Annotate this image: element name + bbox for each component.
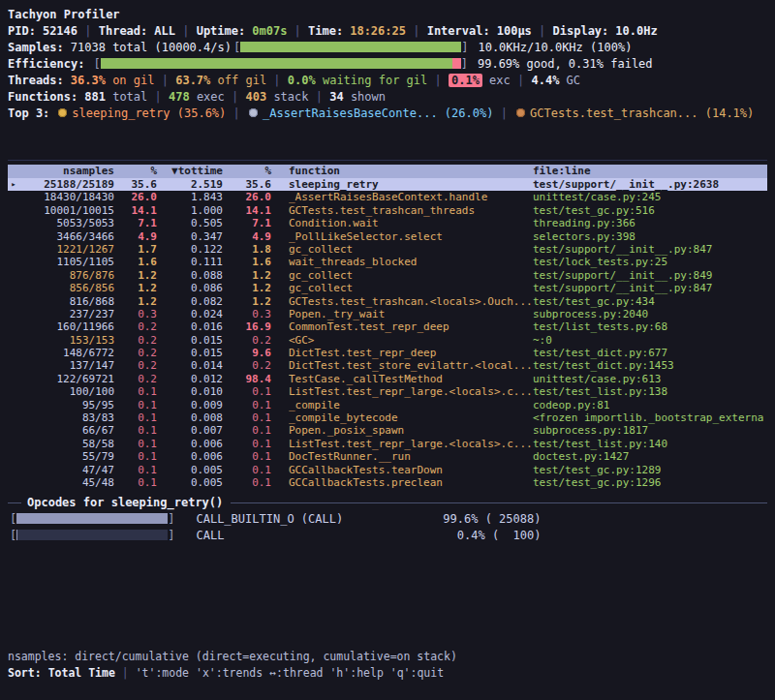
efficiency-label: Efficiency: bbox=[8, 57, 84, 71]
table-row[interactable]: 856/8561.20.0861.2gc_collecttest/support… bbox=[8, 282, 767, 294]
column-header-pct-cum[interactable]: % bbox=[223, 165, 271, 178]
cell-pct-cum: 0.1 bbox=[223, 424, 271, 437]
opcode-bar: [] bbox=[10, 512, 174, 526]
table-row[interactable]: 47/470.10.0050.1GCCallbackTests.tearDown… bbox=[8, 464, 767, 476]
cell-pct-direct: 0.2 bbox=[114, 320, 157, 333]
cell-pct-direct: 0.1 bbox=[114, 424, 157, 437]
column-header-file-line[interactable]: file:line bbox=[533, 165, 767, 178]
cell-pct-direct: 1.2 bbox=[114, 295, 157, 308]
cell-file-line: test/support/__init__.py:849 bbox=[533, 269, 767, 282]
stat-separator: | bbox=[309, 90, 330, 104]
column-header-pct-direct[interactable]: % bbox=[114, 165, 157, 178]
column-header-tottime[interactable]: ▼tottime bbox=[157, 165, 223, 178]
cell-pct-direct: 0.1 bbox=[114, 464, 157, 476]
table-row[interactable]: 55/790.10.0060.1DocTestRunner.__rundocte… bbox=[8, 450, 767, 463]
column-header-function[interactable]: function bbox=[289, 165, 533, 178]
opcode-bar: [] bbox=[10, 529, 174, 542]
cell-nsamples: 816/868 bbox=[19, 295, 114, 308]
cell-tottime: 0.111 bbox=[157, 256, 223, 268]
table-row[interactable]: 18430/1843026.01.84326.0_AssertRaisesBas… bbox=[8, 191, 767, 203]
top3-line: Top 3:sleeping_retry (35.6%) | _AssertRa… bbox=[8, 105, 767, 121]
cell-tottime: 0.005 bbox=[157, 476, 223, 489]
medal-gold-icon bbox=[58, 108, 67, 117]
cell-file-line: test/support/__init__.py:847 bbox=[533, 282, 767, 294]
cell-function: _compile_bytecode bbox=[289, 411, 533, 424]
cell-nsamples: 18430/18430 bbox=[19, 191, 114, 203]
cell-nsamples: 160/11966 bbox=[19, 320, 114, 333]
field-value-time: 18:26:25 bbox=[350, 24, 406, 38]
table-row[interactable]: 816/8681.20.0821.2GCTests.test_trashcan.… bbox=[8, 295, 767, 308]
cell-pct-cum: 0.1 bbox=[223, 464, 271, 476]
cell-pct-direct: 0.1 bbox=[114, 399, 157, 411]
cell-function: CommonTest.test_repr_deep bbox=[289, 320, 533, 333]
samples-label: Samples: bbox=[8, 41, 64, 54]
key-hints: 't':mode 'x':trends ↔:thread 'h':help 'q… bbox=[136, 666, 445, 680]
table-row[interactable]: 153/1530.20.0150.2<GC>~:0 bbox=[8, 334, 767, 347]
cell-function: gc_collect bbox=[289, 282, 533, 294]
table-row[interactable]: 1105/11051.60.1111.6wait_threads_blocked… bbox=[8, 256, 767, 268]
functions-total-label: total bbox=[106, 90, 147, 104]
table-row[interactable]: 66/670.10.0070.1Popen._posix_spawnsubpro… bbox=[8, 424, 767, 437]
stat-separator: | bbox=[155, 74, 176, 87]
cell-file-line: selectors.py:398 bbox=[533, 230, 767, 243]
cell-function: gc_collect bbox=[289, 243, 533, 256]
cell-file-line: test/list_tests.py:68 bbox=[533, 320, 767, 333]
table-row[interactable]: 1221/12671.70.1221.8gc_collecttest/suppo… bbox=[8, 243, 767, 256]
table-row[interactable]: 148/67720.20.0159.6DictTest.test_repr_de… bbox=[8, 347, 767, 359]
cell-function: GCCallbackTests.tearDown bbox=[289, 464, 533, 476]
table-row[interactable]: 876/8761.20.0881.2gc_collecttest/support… bbox=[8, 269, 767, 282]
cell-nsamples: 148/6772 bbox=[19, 347, 114, 359]
field-value-pid: 52146 bbox=[43, 24, 78, 38]
medal-silver-icon bbox=[249, 108, 258, 117]
threads-on_gil-label: on gil bbox=[106, 74, 155, 87]
functions-stack-value: 403 bbox=[245, 90, 266, 104]
table-row[interactable]: 3466/34664.90.3474.9_PollLikeSelector.se… bbox=[8, 230, 767, 243]
field-value-uptime: 0m07s bbox=[252, 24, 287, 38]
stat-separator: | bbox=[225, 90, 246, 104]
cell-function: gc_collect bbox=[289, 269, 533, 282]
table-row[interactable]: 95/950.10.0090.1_compilecodeop.py:81 bbox=[8, 399, 767, 411]
cell-tottime: 1.843 bbox=[157, 191, 223, 203]
cell-file-line: test/lock_tests.py:25 bbox=[533, 256, 767, 268]
table-row[interactable]: 122/697210.20.01298.4TestCase._callTestM… bbox=[8, 373, 767, 385]
cell-pct-cum: 0.1 bbox=[223, 385, 271, 398]
table-row[interactable]: ▸25188/2518935.62.51935.6sleeping_retryt… bbox=[8, 178, 767, 191]
samples-bar-track bbox=[240, 42, 461, 52]
column-header-nsamples[interactable]: nsamples bbox=[19, 165, 114, 178]
cell-pct-cum: 9.6 bbox=[223, 347, 271, 359]
samples-rate: 10.0KHz/10.0KHz (100%) bbox=[478, 41, 632, 54]
bar-bracket-close: ] bbox=[461, 41, 468, 54]
table-header: nsamples%▼tottime%functionfile:line bbox=[8, 165, 767, 178]
cell-function: DictTest.test_repr_deep bbox=[289, 347, 533, 359]
table-row[interactable]: 58/580.10.0060.1ListTest.test_repr_large… bbox=[8, 438, 767, 450]
efficiency-bar: [ ] bbox=[93, 57, 467, 71]
cell-function: Popen._try_wait bbox=[289, 308, 533, 320]
table-row[interactable]: 10001/1001514.11.00014.1GCTests.test_tra… bbox=[8, 204, 767, 217]
cell-pct-cum: 0.3 bbox=[223, 308, 271, 320]
cell-pct-direct: 1.2 bbox=[114, 269, 157, 282]
cell-function: wait_threads_blocked bbox=[289, 256, 533, 268]
cell-pct-direct: 1.7 bbox=[114, 243, 157, 256]
sort-label: Sort: bbox=[8, 666, 42, 680]
table-row[interactable]: 100/1000.10.0100.1ListTest.test_repr_lar… bbox=[8, 385, 767, 398]
cell-pct-cum: 0.1 bbox=[223, 438, 271, 450]
cell-pct-direct: 35.6 bbox=[114, 178, 157, 191]
table-row[interactable]: 237/2370.30.0240.3Popen._try_waitsubproc… bbox=[8, 308, 767, 320]
cell-pct-direct: 26.0 bbox=[114, 191, 157, 203]
cell-pct-direct: 0.3 bbox=[114, 308, 157, 320]
cell-pct-direct: 1.2 bbox=[114, 282, 157, 294]
stat-separator: | bbox=[266, 74, 288, 87]
cell-pct-cum: 14.1 bbox=[223, 204, 271, 217]
table-row[interactable]: 83/830.10.0080.1_compile_bytecode<frozen… bbox=[8, 411, 767, 424]
table-row[interactable]: 45/480.10.0050.1GCCallbackTests.preclean… bbox=[8, 476, 767, 489]
table-row[interactable]: 137/1470.20.0140.2DictTest.test_store_ev… bbox=[8, 359, 767, 372]
cell-function: GCTests.test_trashcan_threads bbox=[289, 204, 533, 217]
top3-label: Top 3: bbox=[8, 107, 49, 120]
table-row[interactable]: 160/119660.20.01616.9CommonTest.test_rep… bbox=[8, 320, 767, 333]
cell-file-line: test/test_gc.py:1289 bbox=[533, 464, 767, 476]
top3-separator: | bbox=[226, 107, 247, 120]
cell-pct-cum: 0.2 bbox=[223, 359, 271, 372]
table-row[interactable]: 5053/50537.10.5057.1Condition.waitthread… bbox=[8, 217, 767, 229]
cell-nsamples: 25188/25189 bbox=[19, 178, 114, 191]
cell-tottime: 0.010 bbox=[157, 385, 223, 398]
